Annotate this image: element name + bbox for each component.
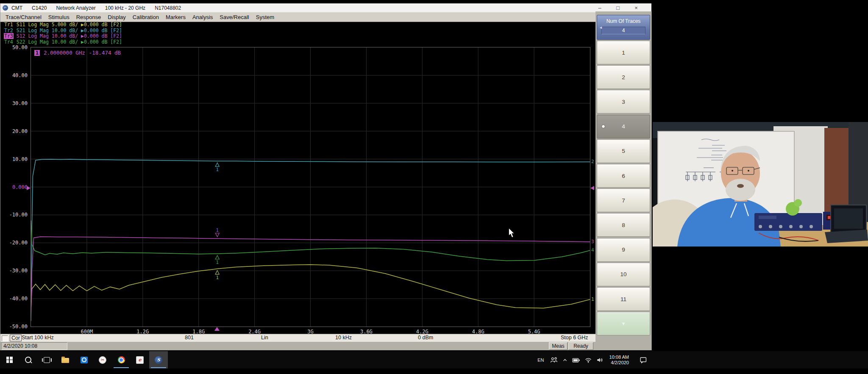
marker-number: 1 <box>216 275 219 280</box>
softkey-trace-count-8[interactable]: 8 <box>597 213 650 237</box>
reference-level-arrow-right <box>590 186 594 190</box>
task-view-icon <box>44 357 50 363</box>
laptop-screen-content <box>834 208 863 229</box>
marker-readout: 1 2.0000000 GHz -18.474 dB <box>34 50 121 56</box>
connect-app-button[interactable]: e <box>131 351 149 368</box>
close-button[interactable]: × <box>633 5 640 11</box>
back-arrow-icon: ◄ <box>599 25 603 30</box>
scissors-icon: ✂ <box>99 356 106 364</box>
y-axis-label: 40.00 <box>4 72 28 78</box>
minimize-button[interactable]: – <box>596 5 603 11</box>
softkey-trace-count-1[interactable]: 1 <box>597 41 650 64</box>
connect-app-icon: e <box>136 356 144 364</box>
presenter-eye-right <box>748 170 749 172</box>
maximize-button[interactable]: □ <box>615 5 621 11</box>
y-axis-label: 0.000 <box>4 184 28 190</box>
marker-frequency: 2.0000000 GHz <box>44 50 85 56</box>
softkey-trace-count-3[interactable]: 3 <box>597 90 650 114</box>
action-center-icon[interactable] <box>639 356 648 363</box>
softkey-trace-count-9[interactable]: 9 <box>597 238 650 262</box>
menu-item-save-recall[interactable]: Save/Recall <box>216 13 252 21</box>
meas-indicator: Meas <box>549 342 568 350</box>
title-serial: N17048802 <box>155 5 181 11</box>
softkey-trace-count-10[interactable]: 10 <box>597 263 650 286</box>
num-of-traces-header[interactable]: ◄ Num Of Traces 4 <box>597 15 650 40</box>
plot-area: 1111 1 2.0000000 GHz -18.474 dB <box>31 47 590 327</box>
file-explorer-button[interactable] <box>56 351 75 368</box>
menu-item-response[interactable]: Response <box>73 13 105 21</box>
system-tray: EN <box>537 351 648 368</box>
trace-legend-tr2[interactable]: Tr2 S21 Log Mag 10.00 dB/ ▶0.000 dB [F2] <box>4 28 122 34</box>
webcam-scene <box>653 122 868 247</box>
trace-legend-tr1[interactable]: Tr1 S11 Log Mag 5.000 dB/ ▶0.000 dB [F2] <box>4 22 122 28</box>
softkey-trace-count-6[interactable]: 6 <box>597 164 650 188</box>
softkey-trace-count-11[interactable]: 11 <box>597 287 650 311</box>
menu-item-trace-channel[interactable]: Trace/Channel <box>2 13 45 21</box>
softkey-panel: ◄ Num Of Traces 4 1234567891011▼ <box>595 11 652 350</box>
chrome-icon <box>118 356 125 363</box>
correction-status: Cor <box>10 335 22 341</box>
trace-id: Tr1 <box>4 22 14 28</box>
snipping-tool-button[interactable]: ✂ <box>93 351 112 368</box>
menu-item-display[interactable]: Display <box>104 13 129 21</box>
presenter-mouth <box>737 184 744 188</box>
speaker-icon[interactable] <box>596 357 604 363</box>
marker-1-s11[interactable] <box>215 271 219 274</box>
softkey-trace-count-5[interactable]: 5 <box>597 139 650 163</box>
menu-item-analysis[interactable]: Analysis <box>189 13 216 21</box>
trace-legend-tr3[interactable]: Tr3 S12 Log Mag 10.00 dB/ ▶0.000 dB [F2] <box>4 33 122 39</box>
menu-bar: Trace/ChannelStimulusResponseDisplayCali… <box>0 12 651 22</box>
trace-end-number-s22: 4 <box>591 247 594 253</box>
softkey-trace-count-2[interactable]: 2 <box>597 65 650 89</box>
y-axis-label: 30.00 <box>4 100 28 106</box>
people-icon[interactable] <box>550 357 558 363</box>
softkey-more-button[interactable]: ▼ <box>597 312 650 335</box>
menu-item-markers[interactable]: Markers <box>162 13 189 21</box>
search-button[interactable] <box>19 351 37 368</box>
title-range: 100 kHz - 20 GHz <box>105 5 145 11</box>
green-plush-head <box>794 199 802 207</box>
menu-item-stimulus[interactable]: Stimulus <box>45 13 73 21</box>
stimulus-marker-triangle[interactable] <box>214 327 220 331</box>
outlook-icon <box>81 357 88 363</box>
y-axis-label: 20.00 <box>4 128 28 134</box>
y-axis-label: -20.00 <box>4 240 28 246</box>
softkey-label: 11 <box>620 296 626 302</box>
y-axis-label: -50.00 <box>4 324 28 330</box>
marker-1-s21[interactable] <box>215 163 219 166</box>
outlook-button[interactable] <box>75 351 93 368</box>
wifi-icon[interactable] <box>584 357 592 363</box>
trace-settings: S22 Log Mag 10.00 dB/ ▶0.000 dB [F2] <box>14 39 122 45</box>
marker-amplitude: -18.474 dB <box>89 50 121 56</box>
battery-icon[interactable] <box>572 357 580 363</box>
trace-end-number-s11: 1 <box>591 296 594 302</box>
cmt-analyzer-button[interactable]: S <box>149 351 168 368</box>
stop-frequency: Stop 6 GHz <box>561 335 588 341</box>
start-frequency: Start 100 kHz <box>22 335 54 341</box>
trace-legend-tr4[interactable]: Tr4 S22 Log Mag 10.00 dB/ ▶0.000 dB [F2] <box>4 39 122 45</box>
softkey-label: 8 <box>622 222 625 228</box>
taskbar-clock[interactable]: 10:08 AM 4/2/2020 <box>609 355 629 366</box>
marker-1-s12[interactable] <box>215 233 219 237</box>
trace-id: Tr3 <box>4 33 14 39</box>
menu-item-system[interactable]: System <box>253 13 278 21</box>
mouse-cursor <box>507 228 516 238</box>
marker-1-s22[interactable] <box>215 255 219 259</box>
title-brand: CMT <box>11 5 22 11</box>
search-icon <box>25 357 31 363</box>
show-hidden-icons-chevron[interactable] <box>562 357 568 363</box>
chrome-button[interactable] <box>112 351 131 368</box>
title-model: C1420 <box>32 5 47 11</box>
presenter-eye-left <box>732 170 733 172</box>
menu-item-calibration[interactable]: Calibration <box>129 13 162 21</box>
softkey-trace-count-7[interactable]: 7 <box>597 188 650 212</box>
start-button[interactable] <box>0 351 19 368</box>
task-view-button[interactable] <box>37 351 56 368</box>
softkey-label: 6 <box>622 173 625 179</box>
language-indicator[interactable]: EN <box>537 357 544 363</box>
output-power: 0 dBm <box>418 335 433 341</box>
trace-legend: Tr1 S11 Log Mag 5.000 dB/ ▶0.000 dB [F2]… <box>4 22 122 45</box>
softkey-trace-count-4[interactable]: 4 <box>597 115 650 139</box>
softkey-label: 2 <box>622 74 625 80</box>
channel-status-box[interactable] <box>2 335 8 341</box>
